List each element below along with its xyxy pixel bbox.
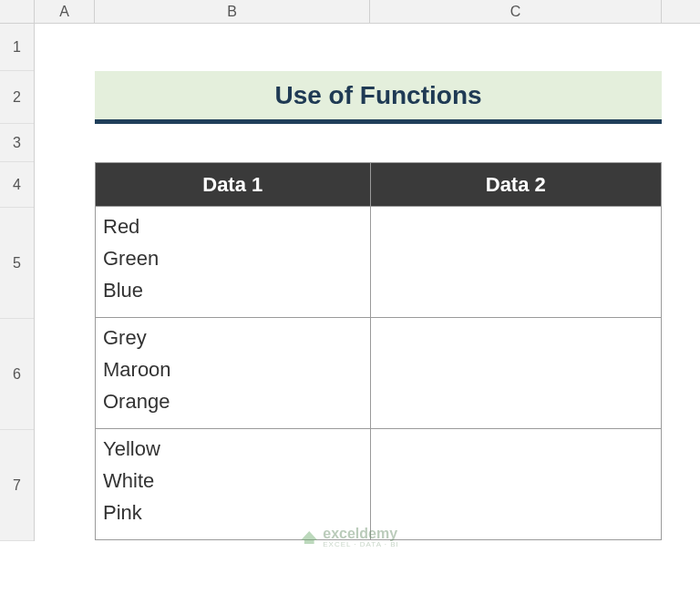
- watermark-sub: EXCEL · DATA · BI: [323, 541, 399, 548]
- cell-b6[interactable]: Grey Maroon Orange: [96, 318, 371, 429]
- row-header-7[interactable]: 7: [0, 430, 34, 541]
- header-data-2[interactable]: Data 2: [370, 163, 661, 207]
- column-header-a[interactable]: A: [35, 0, 95, 23]
- cells-area[interactable]: Use of Functions Data 1 Data 2 Red Green…: [35, 24, 700, 541]
- header-data-1[interactable]: Data 1: [96, 163, 371, 207]
- row-header-5[interactable]: 5: [0, 208, 34, 319]
- cell-b7[interactable]: Yellow White Pink: [96, 429, 371, 540]
- table-row: Yellow White Pink: [96, 429, 662, 540]
- page-title[interactable]: Use of Functions: [95, 71, 662, 124]
- column-header-b[interactable]: B: [95, 0, 370, 23]
- row-header-1[interactable]: 1: [0, 24, 34, 71]
- row-header-2[interactable]: 2: [0, 71, 34, 124]
- watermark-text: exceldemy EXCEL · DATA · BI: [323, 527, 399, 548]
- house-icon: [301, 531, 317, 544]
- watermark: exceldemy EXCEL · DATA · BI: [301, 527, 399, 548]
- row-headers-column: 1 2 3 4 5 6 7: [0, 24, 35, 541]
- data-table: Data 1 Data 2 Red Green Blue Grey Maroon…: [95, 162, 662, 540]
- table-row: Grey Maroon Orange: [96, 318, 662, 429]
- watermark-main: exceldemy: [323, 527, 399, 541]
- cell-b5[interactable]: Red Green Blue: [96, 207, 371, 318]
- select-all-corner[interactable]: [0, 0, 35, 23]
- cell-c6[interactable]: [370, 318, 661, 429]
- column-headers-row: A B C: [0, 0, 700, 24]
- cell-c5[interactable]: [370, 207, 661, 318]
- column-header-c[interactable]: C: [370, 0, 662, 23]
- cell-c7[interactable]: [370, 429, 661, 540]
- row-header-6[interactable]: 6: [0, 319, 34, 430]
- table-header-row: Data 1 Data 2: [96, 163, 662, 207]
- row-header-3[interactable]: 3: [0, 124, 34, 162]
- spreadsheet-grid: A B C 1 2 3 4 5 6 7 Use of Functions Dat…: [0, 0, 700, 594]
- row-header-4[interactable]: 4: [0, 162, 34, 208]
- table-row: Red Green Blue: [96, 207, 662, 318]
